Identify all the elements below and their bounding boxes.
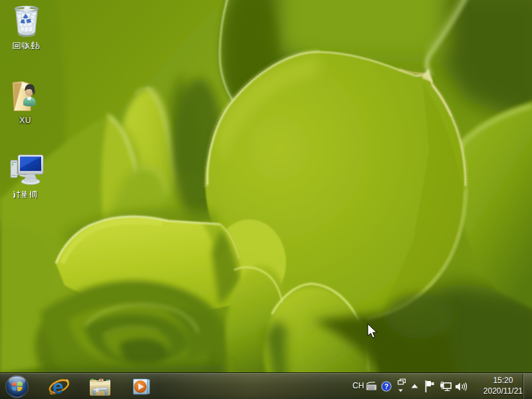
svg-text:e: e — [53, 376, 64, 398]
svg-text:?: ? — [384, 383, 388, 390]
